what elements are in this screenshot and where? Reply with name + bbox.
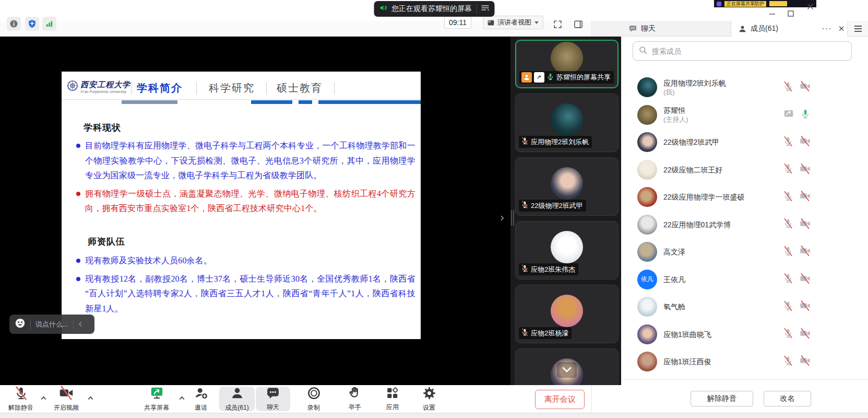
- record-icon: [307, 386, 321, 402]
- unmute-all-button[interactable]: 解除静音: [691, 391, 753, 407]
- toolbar-record[interactable]: 录制: [296, 387, 331, 411]
- background-window-fragment: 正在屏幕共享防护: [714, 0, 816, 7]
- cam-off-icon[interactable]: [800, 163, 811, 176]
- mic-muted-icon[interactable]: [783, 300, 793, 313]
- member-row[interactable]: 依凡 王依凡: [622, 266, 868, 294]
- toolbar-chat[interactable]: 聊天: [256, 387, 290, 411]
- member-name: 应物1班曲晓飞: [663, 330, 711, 339]
- cam-off-icon[interactable]: [800, 300, 811, 314]
- rename-button[interactable]: 改名: [764, 391, 811, 407]
- member-avatar: [637, 105, 657, 125]
- mic-muted-icon[interactable]: [783, 191, 793, 203]
- emoji-icon[interactable]: [15, 318, 26, 331]
- participant-avatar: [551, 167, 583, 200]
- toolbar-members[interactable]: 成员(61): [219, 387, 255, 411]
- strip-collapse-arrow[interactable]: [496, 212, 506, 224]
- mic-muted-icon[interactable]: [783, 355, 793, 368]
- video-tile[interactable]: 应物2班杨濛: [515, 285, 619, 343]
- member-row[interactable]: 22级应物二班王好: [622, 156, 868, 184]
- cam-off-icon[interactable]: [800, 273, 811, 286]
- mic-muted-icon[interactable]: [783, 164, 793, 176]
- member-row[interactable]: 应物1班汪酉俊: [622, 348, 868, 376]
- watching-screen-banner: 您正在观看苏耀恒的屏幕: [374, 1, 494, 17]
- toolbar-share-green[interactable]: 共享屏幕: [139, 387, 174, 411]
- meeting-info-button[interactable]: [7, 17, 21, 31]
- member-name: 22级应物二班王好: [663, 165, 723, 175]
- network-signal-button[interactable]: [42, 17, 56, 31]
- video-tile[interactable]: 22级物理2班武甲: [515, 157, 619, 216]
- shared-screen-list-icon[interactable]: [481, 4, 489, 14]
- minimize-button[interactable]: [766, 8, 778, 19]
- university-name-en: Xi'an Polytechnic University: [80, 90, 130, 94]
- mic-muted-icon[interactable]: [783, 81, 793, 94]
- toolbar-gear[interactable]: 设置: [411, 387, 447, 411]
- close-window-button[interactable]: [804, 1, 816, 11]
- cam-off-icon[interactable]: [800, 355, 811, 368]
- panel-close-button[interactable]: ✕: [835, 21, 848, 37]
- member-row[interactable]: 应物1班曲晓飞: [622, 321, 868, 349]
- screen-share-icon[interactable]: [783, 109, 794, 121]
- mic-muted-icon[interactable]: [783, 246, 793, 258]
- view-mode-dropdown[interactable]: 演讲者视图: [483, 16, 543, 29]
- member-row[interactable]: 应用物理2班刘乐帆 (我): [622, 74, 868, 101]
- cam-off-icon[interactable]: [800, 218, 811, 231]
- mic-on-icon[interactable]: [800, 109, 811, 121]
- toolbar-item-label: 录制: [307, 403, 320, 412]
- member-row[interactable]: 22级物理2班武甲: [622, 129, 868, 156]
- video-tile[interactable]: 苏耀恒的屏幕共享: [515, 40, 619, 88]
- maximize-button[interactable]: [785, 8, 796, 19]
- toolbar-apps[interactable]: 应用: [375, 387, 410, 411]
- member-row[interactable]: 高文泽: [622, 238, 868, 266]
- mic-muted-icon[interactable]: [783, 328, 793, 341]
- security-shield-button[interactable]: [25, 17, 39, 31]
- member-row[interactable]: 22级应用物理学一班盛硕: [622, 183, 868, 211]
- hand-icon: [348, 386, 362, 402]
- member-row[interactable]: 22应用物理01武学博: [622, 211, 868, 239]
- tile-label: 苏耀恒的屏幕共享: [519, 71, 614, 84]
- member-name: 22级物理2班武甲: [663, 137, 719, 147]
- member-row[interactable]: 氧气舱: [622, 293, 868, 321]
- side-panel-toggle-button[interactable]: [570, 17, 586, 31]
- video-tile[interactable]: 应用物理2班刘乐帆: [515, 94, 619, 152]
- video-tile[interactable]: 应物2班朱伟杰: [515, 221, 619, 280]
- collapse-chat-bar-icon[interactable]: [78, 322, 84, 327]
- toolbar-hand[interactable]: 举手: [337, 387, 373, 411]
- cam-off-icon[interactable]: [800, 328, 811, 341]
- cam-off-icon[interactable]: [800, 191, 811, 204]
- cam-off-icon[interactable]: [800, 136, 811, 149]
- meeting-timer: 09:11: [444, 16, 471, 29]
- mic-muted-icon[interactable]: [783, 273, 793, 286]
- tab-chat[interactable]: 聊天: [592, 21, 731, 37]
- toolbar-invite[interactable]: 邀请: [183, 387, 219, 411]
- toolbar-cam-off-dark[interactable]: 开启视频: [49, 387, 84, 411]
- toolbar-mic-muted-dark[interactable]: 解除静音: [3, 387, 39, 411]
- member-name: 王依凡: [663, 275, 685, 284]
- toolbar-expand-chevron[interactable]: [39, 393, 47, 402]
- tile-name: 应用物理2班刘乐帆: [531, 137, 589, 147]
- toolbar-item-label: 开启视频: [54, 403, 79, 412]
- slide-bullet: 现有教授12名，副教授20名，博士37名，硕士生导师近30名，全国优秀教师1名，…: [76, 272, 415, 317]
- scroll-down-button[interactable]: [557, 362, 577, 378]
- panel-menu-button[interactable]: [847, 21, 868, 37]
- cam-off-icon[interactable]: [800, 81, 811, 94]
- quick-chat-placeholder[interactable]: 说点什么...: [35, 320, 68, 329]
- video-thumbnail-strip: 苏耀恒的屏幕共享 应用物理2班刘乐帆 22级物理2班武甲 应物2班朱伟杰 应物2…: [510, 37, 621, 385]
- mic-muted-dark-icon: [14, 386, 28, 402]
- cam-off-icon[interactable]: [800, 246, 811, 259]
- mic-muted-icon[interactable]: [783, 136, 793, 148]
- panel-more-button[interactable]: ···: [820, 21, 834, 37]
- mic-muted-icon[interactable]: [783, 218, 793, 231]
- signal-bars-icon: [45, 19, 54, 28]
- member-search-input[interactable]: [633, 41, 852, 61]
- toolbar-item-label: 解除静音: [8, 403, 33, 412]
- leave-meeting-button[interactable]: 离开会议: [535, 390, 585, 409]
- member-row[interactable]: 苏耀恒 (主持人): [622, 101, 868, 129]
- toolbar-expand-chevron[interactable]: [86, 393, 94, 402]
- quick-chat-bar[interactable]: 说点什么...: [9, 315, 94, 334]
- strip-resize-handle[interactable]: [511, 210, 514, 226]
- tile-name: 应物2班杨濛: [531, 329, 568, 338]
- fullscreen-button[interactable]: [550, 17, 565, 31]
- video-tile[interactable]: [515, 349, 619, 385]
- bullet-dot-icon: [76, 277, 80, 281]
- toolbar-expand-chevron[interactable]: [177, 393, 186, 402]
